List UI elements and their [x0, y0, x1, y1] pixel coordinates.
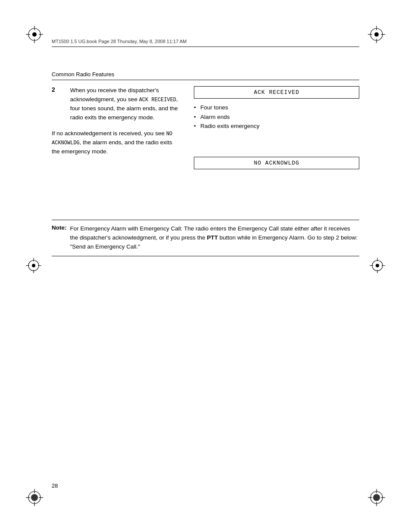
page-number: 28 — [52, 482, 58, 489]
section-title: Common Radio Features — [52, 71, 114, 78]
content-area: 2 When you receive the dispatcher's ackn… — [52, 86, 359, 182]
note-label: Note: — [52, 224, 67, 252]
step2-left: 2 When you receive the dispatcher's ackn… — [52, 86, 181, 174]
svg-point-1 — [32, 32, 37, 37]
note-text: For Emergency Alarm with Emergency Call:… — [70, 224, 360, 252]
svg-point-31 — [376, 264, 379, 267]
note-section: Note: For Emergency Alarm with Emergency… — [52, 220, 359, 256]
mid-mark-right — [370, 258, 385, 274]
note-content: Note: For Emergency Alarm with Emergency… — [52, 224, 359, 252]
corner-mark-bl — [26, 489, 43, 506]
svg-point-19 — [373, 494, 380, 501]
step2-row: 2 When you receive the dispatcher's ackn… — [52, 86, 359, 174]
step2-paragraph2: If no acknowledgement is received, you s… — [52, 129, 181, 156]
step-number: 2 — [52, 86, 55, 122]
corner-mark-tr — [368, 26, 385, 43]
ack-received-inline: ACK RECEIVED — [139, 97, 176, 103]
svg-point-13 — [31, 494, 38, 501]
note-rule-bottom — [52, 256, 359, 256]
mid-mark-left — [26, 258, 41, 274]
no-acknowldg-inline: NO ACKNOWLDG — [52, 131, 172, 146]
ack-received-display: ACK RECEIVED — [194, 86, 359, 99]
header-file-info: MT1500 1.5 UG.book Page 28 Thursday, May… — [52, 39, 187, 44]
bullet-item-2: Alarm ends — [194, 112, 359, 122]
bullet-item-1: Four tones — [194, 103, 359, 112]
section-rule — [52, 80, 359, 80]
corner-mark-br — [368, 489, 385, 506]
page-container: MT1500 1.5 UG.book Page 28 Thursday, May… — [0, 0, 411, 532]
no-acknowldg-display: NO ACKNOWLDG — [194, 157, 359, 169]
corner-mark-tl — [26, 26, 43, 43]
svg-point-25 — [32, 264, 35, 267]
ptt-bold: PTT — [207, 234, 218, 241]
svg-point-7 — [374, 32, 379, 37]
step2-paragraph1: When you receive the dispatcher's acknow… — [70, 86, 181, 122]
bullet-item-3: Radio exits emergency — [194, 121, 359, 131]
step2-second-section: If no acknowledgement is received, you s… — [52, 129, 181, 156]
note-rule-top — [52, 220, 359, 220]
bullet-list: Four tones Alarm ends Radio exits emerge… — [194, 103, 359, 131]
step2-right: ACK RECEIVED Four tones Alarm ends Radio… — [194, 86, 359, 174]
top-rule — [52, 47, 359, 47]
header-file-info-text: MT1500 1.5 UG.book Page 28 Thursday, May… — [52, 39, 187, 44]
